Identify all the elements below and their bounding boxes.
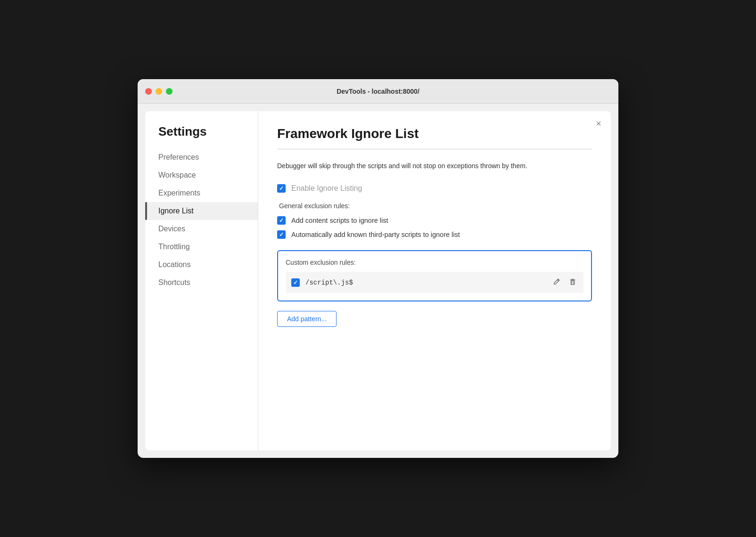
pattern-checkbox[interactable] <box>291 278 300 287</box>
close-settings-button[interactable]: × <box>596 119 601 128</box>
pattern-value: /script\.js$ <box>305 279 546 286</box>
rule2-label: Automatically add known third-party scri… <box>291 231 460 238</box>
custom-exclusion-box: Custom exclusion rules: /script\.js$ <box>277 250 592 301</box>
content-description: Debugger will skip through the scripts a… <box>277 161 592 171</box>
trash-icon <box>568 277 577 286</box>
close-window-button[interactable] <box>145 88 152 95</box>
maximize-window-button[interactable] <box>166 88 173 95</box>
devtools-window: DevTools - localhost:8000/ Settings Pref… <box>138 79 618 458</box>
enable-ignore-listing-row: Enable Ignore Listing <box>277 184 592 193</box>
minimize-window-button[interactable] <box>156 88 162 95</box>
add-pattern-button[interactable]: Add pattern... <box>277 311 337 327</box>
sidebar-item-shortcuts[interactable]: Shortcuts <box>145 274 258 292</box>
sidebar-item-ignore-list[interactable]: Ignore List <box>145 202 258 220</box>
pattern-actions <box>551 277 578 288</box>
main-content: × Framework Ignore List Debugger will sk… <box>258 111 611 450</box>
sidebar-item-throttling[interactable]: Throttling <box>145 238 258 256</box>
content-divider <box>277 149 592 149</box>
edit-pattern-button[interactable] <box>551 277 562 288</box>
window-body: Settings Preferences Workspace Experimen… <box>145 111 611 450</box>
pattern-row: /script\.js$ <box>286 272 583 293</box>
window-title: DevTools - localhost:8000/ <box>337 88 419 95</box>
general-exclusion-label: General exclusion rules: <box>279 202 592 210</box>
enable-ignore-listing-label: Enable Ignore Listing <box>291 184 362 193</box>
window-controls <box>145 88 173 95</box>
custom-exclusion-label: Custom exclusion rules: <box>286 259 583 266</box>
delete-pattern-button[interactable] <box>567 277 578 288</box>
titlebar: DevTools - localhost:8000/ <box>138 79 618 104</box>
rule1-row: Add content scripts to ignore list <box>277 216 592 225</box>
sidebar-item-devices[interactable]: Devices <box>145 220 258 238</box>
svg-rect-0 <box>571 281 574 285</box>
rule1-checkbox[interactable] <box>277 216 286 225</box>
page-title: Framework Ignore List <box>277 126 592 141</box>
rule2-checkbox[interactable] <box>277 230 286 239</box>
sidebar: Settings Preferences Workspace Experimen… <box>145 111 258 450</box>
sidebar-item-preferences[interactable]: Preferences <box>145 148 258 166</box>
pencil-icon <box>552 277 561 286</box>
rule2-row: Automatically add known third-party scri… <box>277 230 592 239</box>
sidebar-item-locations[interactable]: Locations <box>145 256 258 274</box>
rule1-label: Add content scripts to ignore list <box>291 217 388 224</box>
general-exclusion-section: General exclusion rules: Add content scr… <box>277 202 592 239</box>
enable-ignore-listing-checkbox[interactable] <box>277 184 286 193</box>
sidebar-item-workspace[interactable]: Workspace <box>145 166 258 184</box>
sidebar-item-experiments[interactable]: Experiments <box>145 184 258 202</box>
sidebar-heading: Settings <box>145 124 258 148</box>
